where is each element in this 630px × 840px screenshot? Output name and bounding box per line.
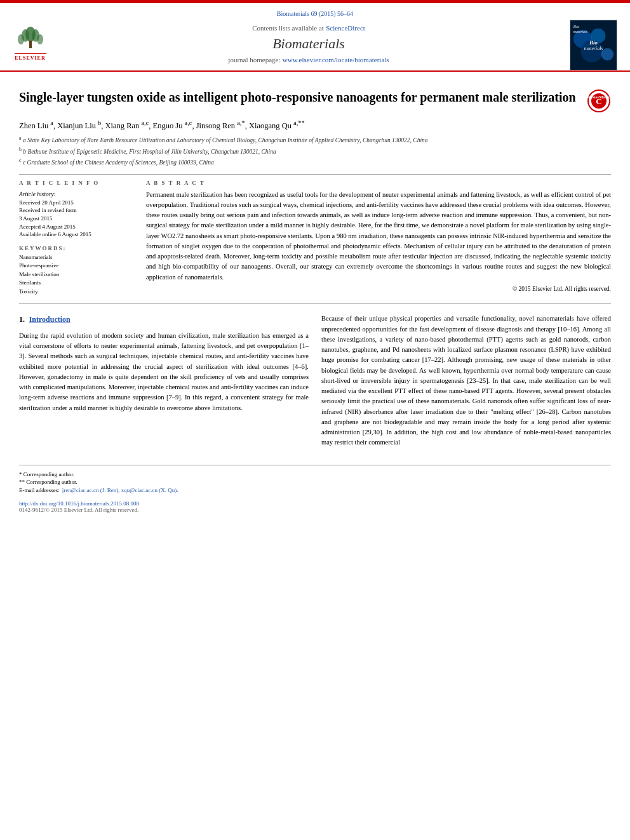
email-label: E-mail addresses: <box>19 486 60 495</box>
homepage-prefix: journal homepage: <box>228 56 280 63</box>
journal-title: Biomaterials <box>60 36 557 52</box>
intro-heading: 1. Introduction <box>19 314 309 326</box>
section-divider-1 <box>19 174 611 175</box>
journal-cover-text: Bio materials <box>581 37 605 54</box>
svg-point-6 <box>37 34 43 44</box>
intro-col1-p1: During the rapid evolution of modern soc… <box>19 331 309 413</box>
svg-rect-4 <box>29 41 32 48</box>
affil-c: c c Graduate School of the Chinese Acade… <box>19 157 611 167</box>
citation-text: Biomaterials 69 (2015) 56–64 <box>277 10 353 17</box>
section-title-text: Introduction <box>29 315 70 324</box>
elsevier-wordmark: ELSEVIER <box>15 53 46 61</box>
footnote-dstar: ** Corresponding author. <box>19 478 611 486</box>
kw-male: Male sterilization <box>19 270 133 279</box>
keywords-header: Keywords: <box>19 245 133 251</box>
kw-sterilants: Sterilants <box>19 279 133 288</box>
abstract-column: A B S T R A C T Permanent male steriliza… <box>146 180 611 297</box>
copyright-text: © 2015 Elsevier Ltd. All rights reserved… <box>146 286 611 292</box>
elsevier-logo: ELSEVIER <box>13 20 48 61</box>
sciencedirect-link[interactable]: ScienceDirect <box>326 24 365 32</box>
footer-section: http://dx.doi.org/10.1016/j.biomaterials… <box>19 500 611 513</box>
keywords-section: Keywords: Nanomaterials Photo-responsive… <box>19 245 133 297</box>
kw-toxicity: Toxicity <box>19 288 133 297</box>
footnote-emails: E-mail addresses: jren@ciac.ac.cn (J. Re… <box>19 486 611 495</box>
article-title-text: Single-layer tungsten oxide as intellige… <box>19 89 576 105</box>
intro-col-right: Because of their unique physical propert… <box>321 314 611 451</box>
authors-line: Zhen Liu a, Xianjun Liu b, Xiang Ran a,c… <box>19 119 611 131</box>
svg-point-5 <box>18 34 24 44</box>
body-content: 1. Introduction During the rapid evoluti… <box>19 314 611 451</box>
affil-b: b b Bethune Institute of Epigenetic Medi… <box>19 146 611 156</box>
abstract-text: Permanent male sterilization has been re… <box>146 190 611 283</box>
article-info-label: A R T I C L E I N F O <box>19 180 133 186</box>
homepage-url[interactable]: www.elsevier.com/locate/biomaterials <box>283 56 389 63</box>
available-row: Available online 6 August 2015 <box>19 230 133 239</box>
abstract-paragraph: Permanent male sterilization has been re… <box>146 190 611 283</box>
title-section: Single-layer tungsten oxide as intellige… <box>19 89 611 168</box>
contents-info: Contents lists available at ScienceDirec… <box>60 23 557 33</box>
email-values: jren@ciac.ac.cn (J. Ren), xqu@ciac.ac.cn… <box>62 486 178 495</box>
journal-header-center: Contents lists available at ScienceDirec… <box>48 20 570 68</box>
main-content: Single-layer tungsten oxide as intellige… <box>0 72 630 523</box>
crossmark-icon[interactable]: C CrossMark <box>587 89 611 113</box>
revised-row: Received in revised form3 August 2015 <box>19 206 133 222</box>
affiliations-block: a a State Key Laboratory of Rare Earth R… <box>19 135 611 167</box>
section-number: 1. <box>19 315 25 324</box>
section-divider-2 <box>19 303 611 304</box>
intro-col-left: 1. Introduction During the rapid evoluti… <box>19 314 309 451</box>
header-top: ELSEVIER Contents lists available at Sci… <box>13 20 617 70</box>
affil-b-text: b b Bethune Institute of Epigenetic Medi… <box>19 146 276 156</box>
affil-c-text: c c Graduate School of the Chinese Acade… <box>19 157 214 167</box>
svg-text:materials: materials <box>573 30 588 34</box>
author-zhen: Zhen Liu a, Xianjun Liu b, Xiang Ran a,c… <box>19 121 305 130</box>
affil-a-text: a a State Key Laboratory of Rare Earth R… <box>19 135 428 145</box>
footnote-dstar-text: ** Corresponding author. <box>19 478 77 486</box>
journal-cover-image: Bio materials Bio materials <box>570 20 617 70</box>
svg-text:CrossMark: CrossMark <box>588 95 610 100</box>
journal-header: Biomaterials 69 (2015) 56–64 ELSEVIER <box>0 3 630 72</box>
issn-text: 0142-9612/© 2015 Elsevier Ltd. All right… <box>19 507 611 513</box>
cover-title-top: Bio <box>584 39 603 46</box>
elsevier-emblem-icon <box>15 22 46 53</box>
intro-col2-p1: Because of their unique physical propert… <box>321 314 611 448</box>
homepage-line: journal homepage: www.elsevier.com/locat… <box>60 55 557 65</box>
affil-a: a a State Key Laboratory of Rare Earth R… <box>19 135 611 145</box>
intro-two-col: 1. Introduction During the rapid evoluti… <box>19 314 611 451</box>
svg-text:Bio: Bio <box>573 24 580 29</box>
history-label: Article history: <box>19 191 56 197</box>
doi-link[interactable]: http://dx.doi.org/10.1016/j.biomaterials… <box>19 500 611 507</box>
footnote-star-text: * Corresponding author. <box>19 470 74 479</box>
article-history: Article history: Received 20 April 2015 … <box>19 190 133 239</box>
contents-text: Contents lists available at <box>252 24 324 32</box>
article-title-container: Single-layer tungsten oxide as intellige… <box>19 89 611 113</box>
footnotes-section: * Corresponding author. ** Corresponding… <box>19 465 611 495</box>
article-info-column: A R T I C L E I N F O Article history: R… <box>19 180 133 297</box>
page: Biomaterials 69 (2015) 56–64 ELSEVIER <box>0 0 630 840</box>
kw-photo: Photo-responsive <box>19 262 133 270</box>
cover-title-bot: materials <box>584 46 603 51</box>
kw-nanomaterials: Nanomaterials <box>19 253 133 262</box>
accepted-row: Accepted 4 August 2015 <box>19 223 133 231</box>
received-row: Received 20 April 2015 <box>19 199 133 207</box>
footnote-star: * Corresponding author. <box>19 470 611 479</box>
abstract-label: A B S T R A C T <box>146 180 611 186</box>
info-abstract-section: A R T I C L E I N F O Article history: R… <box>19 180 611 297</box>
